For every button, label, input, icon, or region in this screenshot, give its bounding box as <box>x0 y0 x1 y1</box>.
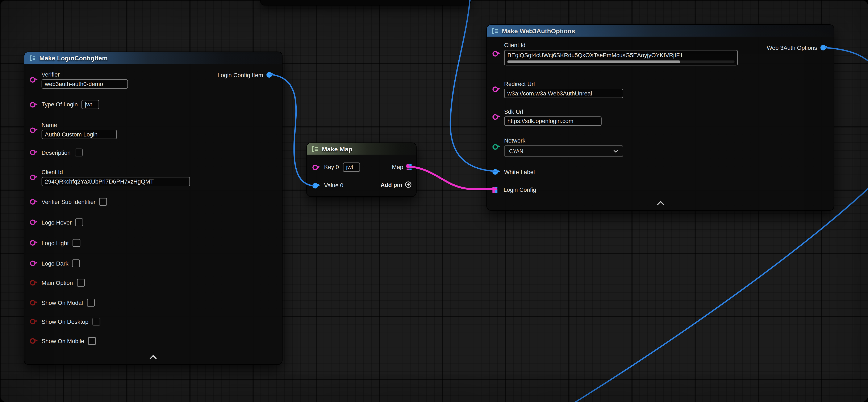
client-id-input[interactable]: 294QRkchfq2YaXUbPri7D6PH7xzHgQMT <box>41 177 190 186</box>
show-on-mobile-label: Show On Mobile <box>41 338 84 345</box>
blueprint-graph-canvas[interactable]: Make LoginConfigItem Login Config Item V… <box>0 0 868 402</box>
pin-row-network: Network CYAN <box>492 137 623 157</box>
add-pin-icon <box>405 181 412 188</box>
offscreen-node-partial[interactable] <box>260 0 471 5</box>
redirect-url-pin[interactable] <box>492 86 498 92</box>
main-option-pin[interactable] <box>30 280 35 286</box>
collapse-button[interactable] <box>149 354 158 361</box>
chevron-down-icon <box>613 149 618 153</box>
pin-row-show-on-modal: Show On Modal <box>30 299 95 307</box>
logo-dark-input[interactable] <box>72 259 80 267</box>
client-id-label: Client Id <box>41 169 190 176</box>
pin-row-show-on-desktop: Show On Desktop <box>30 318 100 325</box>
add-pin-label: Add pin <box>380 181 402 188</box>
logo-dark-label: Logo Dark <box>41 260 68 267</box>
network-pin[interactable] <box>492 144 498 150</box>
network-label: Network <box>504 137 623 144</box>
pin-row-show-on-mobile: Show On Mobile <box>30 337 96 345</box>
logo-dark-pin[interactable] <box>30 260 35 266</box>
make-map-icon <box>312 145 319 152</box>
pin-row-main-option: Main Option <box>30 279 85 287</box>
output-pin-web3auth-options[interactable] <box>820 45 826 51</box>
show-on-desktop-label: Show On Desktop <box>41 318 88 325</box>
verifier-sub-identifier-input[interactable] <box>99 198 107 206</box>
type-of-login-input[interactable]: jwt <box>82 100 99 109</box>
scrollbar-thumb[interactable] <box>507 60 680 63</box>
pin-row-verifier: Verifier web3auth-auth0-demo <box>30 71 128 89</box>
node-make-web3authoptions: Make Web3AuthOptions Web 3Auth Options C… <box>486 24 834 211</box>
sdk-url-pin[interactable] <box>492 114 498 120</box>
show-on-mobile-pin[interactable] <box>30 338 35 344</box>
logo-hover-input[interactable] <box>75 219 83 226</box>
node-header-make-web3authoptions[interactable]: Make Web3AuthOptions <box>487 25 834 36</box>
pin-row-sdk-url: Sdk Url https://sdk.openlogin.com <box>492 108 601 126</box>
type-of-login-label: Type Of Login <box>41 101 78 108</box>
pin-row-description: Description <box>30 149 82 156</box>
chevron-up-icon <box>657 201 664 208</box>
description-label: Description <box>41 149 71 156</box>
make-struct-icon <box>29 55 36 61</box>
logo-light-input[interactable] <box>73 239 81 247</box>
key-0-label: Key 0 <box>324 164 339 171</box>
redirect-url-input[interactable]: w3a://com.w3a.Web3AuthUnreal <box>504 89 623 98</box>
make-struct-icon <box>492 28 499 34</box>
name-input[interactable]: Auth0 Custom Login <box>41 130 117 139</box>
verifier-sub-identifier-pin[interactable] <box>30 199 35 205</box>
show-on-mobile-checkbox[interactable] <box>88 337 96 345</box>
logo-hover-pin[interactable] <box>30 220 35 225</box>
chevron-up-icon <box>150 355 157 362</box>
output-pin-label: Login Config Item <box>218 71 263 79</box>
main-option-checkbox[interactable] <box>77 279 85 287</box>
pin-row-logo-dark: Logo Dark <box>30 259 80 267</box>
pin-row-type-of-login: Type Of Login jwt <box>30 100 99 109</box>
logo-light-label: Logo Light <box>41 239 69 247</box>
node-title: Make LoginConfigItem <box>39 55 107 61</box>
name-pin[interactable] <box>30 127 35 133</box>
type-of-login-pin[interactable] <box>30 102 35 107</box>
node-header-make-loginconfigitem[interactable]: Make LoginConfigItem <box>24 52 282 64</box>
verifier-pin[interactable] <box>30 77 35 83</box>
show-on-desktop-pin[interactable] <box>30 319 35 324</box>
client-id-pin[interactable] <box>492 51 498 56</box>
pin-row-name: Name Auth0 Custom Login <box>30 121 117 139</box>
sdk-url-label: Sdk Url <box>504 108 601 115</box>
description-input[interactable] <box>74 149 82 156</box>
show-on-modal-label: Show On Modal <box>41 299 83 306</box>
node-make-loginconfigitem: Make LoginConfigItem Login Config Item V… <box>24 52 282 365</box>
client-id-text: BEglQSgt4cUWcj6SKRdu5QkOXTsePmMcusG5EAoy… <box>507 51 735 60</box>
node-header-make-map[interactable]: Make Map <box>307 143 416 154</box>
node-title: Make Map <box>322 145 352 152</box>
network-dropdown[interactable]: CYAN <box>504 145 623 157</box>
add-pin-button[interactable]: Add pin <box>380 181 411 188</box>
logo-hover-label: Logo Hover <box>41 219 72 226</box>
client-id-pin[interactable] <box>30 175 35 180</box>
network-selected-value: CYAN <box>509 148 523 154</box>
sdk-url-input[interactable]: https://sdk.openlogin.com <box>504 116 601 126</box>
logo-light-pin[interactable] <box>30 240 35 246</box>
key-0-pin[interactable] <box>312 165 318 170</box>
main-option-label: Main Option <box>41 279 73 286</box>
map-output-label: Map <box>392 163 403 171</box>
client-id-label: Client Id <box>504 41 738 49</box>
horizontal-scrollbar[interactable] <box>507 60 735 63</box>
pin-row-logo-hover: Logo Hover <box>30 219 83 226</box>
name-label: Name <box>41 121 117 129</box>
key-0-input[interactable]: jwt <box>343 163 360 172</box>
output-pin-label: Web 3Auth Options <box>767 44 817 51</box>
description-pin[interactable] <box>30 150 35 155</box>
show-on-modal-checkbox[interactable] <box>87 299 95 307</box>
pin-row-value-0: Value 0 <box>312 182 343 189</box>
collapse-button[interactable] <box>656 200 665 207</box>
verifier-label: Verifier <box>41 71 128 78</box>
verifier-input[interactable]: web3auth-auth0-demo <box>41 79 128 89</box>
client-id-input[interactable]: BEglQSgt4cUWcj6SKRdu5QkOXTsePmMcusG5EAoy… <box>504 50 738 65</box>
pin-row-client-id: Client Id BEglQSgt4cUWcj6SKRdu5QkOXTsePm… <box>492 41 738 65</box>
node-make-map: Make Map Key 0 jwt Map Value 0 Add pin <box>306 143 416 197</box>
pin-row-white-label: White Label <box>492 167 535 177</box>
show-on-modal-pin[interactable] <box>30 300 35 306</box>
login-config-label: Login Config <box>503 186 536 193</box>
show-on-desktop-checkbox[interactable] <box>92 318 100 325</box>
redirect-url-label: Redirect Url <box>504 80 623 87</box>
white-label-label: White Label <box>504 168 535 175</box>
node-title: Make Web3AuthOptions <box>502 28 575 34</box>
